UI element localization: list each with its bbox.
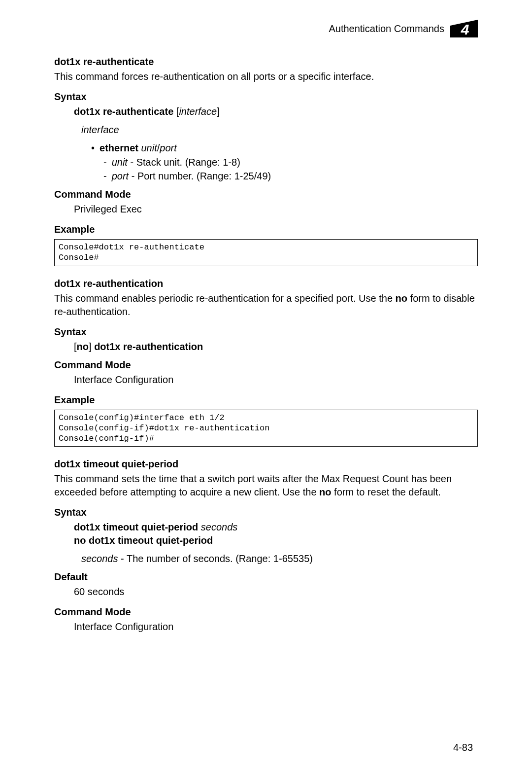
cmd1-mode-value: Privileged Exec [74,203,478,216]
cmd1-example-heading: Example [54,223,478,236]
cmd2-mode-heading: Command Mode [54,358,478,372]
dash-icon: - [103,156,107,169]
cmd3-mode-value: Interface Configuration [74,620,478,633]
cmd3-seconds-param: seconds - The number of seconds. (Range:… [81,552,478,565]
cmd1-description: This command forces re-authentication on… [54,70,478,83]
bullet-icon: • [91,141,95,155]
dash-icon: - [103,170,107,183]
cmd3-description: This command sets the time that a switch… [54,472,478,499]
cmd1-mode-heading: Command Mode [54,188,478,201]
chapter-number-icon: 4 [450,20,478,37]
cmd1-syntax-heading: Syntax [54,90,478,104]
cmd2-example-code: Console(config)#interface eth 1/2 Consol… [54,410,478,447]
cmd3-mode-heading: Command Mode [54,605,478,619]
cmd1-syntax-bracket-open: [ [173,106,179,117]
cmd1-port-text: port - Port number. (Range: 1-25/49) [112,170,271,183]
cmd1-port-item: - port - Port number. (Range: 1-25/49) [103,170,478,183]
cmd1-unit-item: - unit - Stack unit. (Range: 1-8) [103,156,478,169]
cmd2-example-heading: Example [54,393,478,407]
cmd3-syntax-line2: no dot1x timeout quiet-period [74,534,478,547]
cmd2-syntax-heading: Syntax [54,325,478,339]
cmd2-title: dot1x re-authentication [54,277,478,290]
cmd3-default-value: 60 seconds [74,585,478,598]
header-title: Authentication Commands [329,22,444,35]
cmd3-title: dot1x timeout quiet-period [54,457,478,471]
cmd1-syntax-line: dot1x re-authenticate [interface] [74,105,478,118]
page-number: 4-83 [453,741,473,754]
cmd1-syntax-arg: interface [179,106,217,117]
cmd1-interface-label: interface [81,123,478,137]
cmd1-syntax-cmd: dot1x re-authenticate [74,106,173,117]
cmd2-description: This command enables periodic re-authent… [54,292,478,318]
cmd3-syntax-line1: dot1x timeout quiet-period seconds [74,521,478,534]
cmd1-title: dot1x re-authenticate [54,55,478,69]
cmd1-syntax-bracket-close: ] [217,106,220,117]
cmd1-unit-text: unit - Stack unit. (Range: 1-8) [112,156,240,169]
cmd3-default-heading: Default [54,570,478,584]
cmd1-ethernet-bullet: • ethernet unit/port [91,141,478,155]
page-header: Authentication Commands 4 [54,20,478,37]
cmd2-mode-value: Interface Configuration [74,373,478,387]
cmd3-syntax-heading: Syntax [54,506,478,519]
svg-text:4: 4 [461,21,469,37]
cmd1-example-code: Console#dot1x re-authenticate Console# [54,239,478,266]
cmd1-ethernet-text: ethernet unit/port [100,141,177,155]
cmd2-syntax-line: [no] dot1x re-authentication [74,340,478,353]
